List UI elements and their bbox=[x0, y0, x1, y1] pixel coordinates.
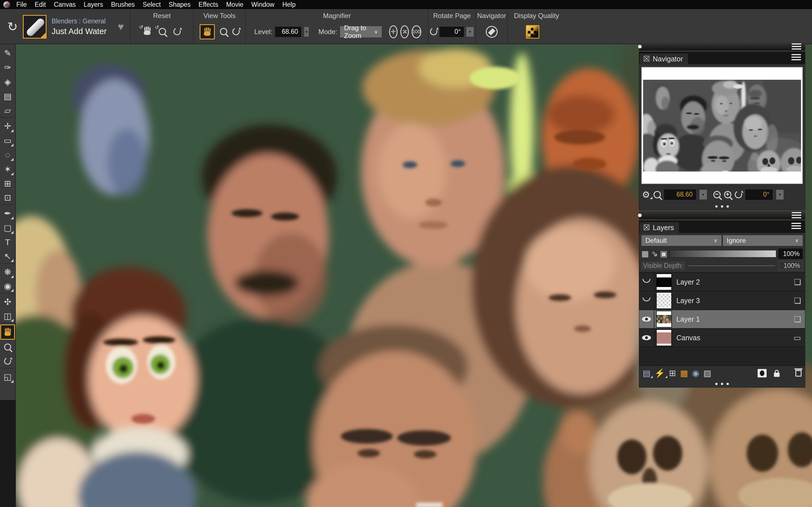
tool-cloner[interactable]: ❋ bbox=[0, 265, 15, 279]
close-panel-icon[interactable]: ☒ bbox=[643, 55, 650, 63]
visible-depth-field[interactable]: 100% bbox=[778, 261, 803, 270]
tool-paint-bucket[interactable]: ◈ bbox=[0, 75, 15, 89]
layer-row-layer1[interactable]: Layer 1 ❏ bbox=[639, 310, 805, 329]
navigator-tab[interactable]: ☒ Navigator bbox=[640, 54, 688, 64]
composite-depth-select[interactable]: Ignore ∨ bbox=[723, 235, 803, 246]
panel-menu-icon[interactable] bbox=[792, 43, 801, 50]
menu-item[interactable]: Brushes bbox=[107, 0, 139, 9]
layer-commands-icon[interactable]: ▤ bbox=[643, 369, 651, 378]
tool-rectangular-selection[interactable]: ▭ bbox=[0, 133, 15, 148]
dynamic-plugins-icon[interactable]: ⚡ bbox=[654, 369, 665, 378]
brush-variant-thumbnail[interactable] bbox=[23, 15, 47, 39]
composite-method-select[interactable]: Default ∨ bbox=[642, 235, 721, 246]
navigator-rotation-field[interactable]: 0° bbox=[746, 189, 772, 200]
lock-layer-icon[interactable] bbox=[774, 373, 779, 377]
new-watercolor-layer-icon[interactable]: ▦ bbox=[680, 369, 688, 378]
reset-rotation-button[interactable] bbox=[173, 27, 181, 37]
navigator-preview[interactable] bbox=[642, 68, 802, 183]
tool-crop[interactable]: ⊡ bbox=[0, 191, 15, 205]
tool-rotate-page[interactable] bbox=[0, 354, 15, 369]
layer-opacity-slider[interactable] bbox=[670, 250, 776, 258]
layer-visibility-toggle[interactable] bbox=[639, 291, 654, 309]
tool-mirror-painting[interactable]: ✣ bbox=[0, 295, 15, 309]
panel-resize-grip[interactable] bbox=[639, 381, 805, 387]
menu-item[interactable]: Shapes bbox=[165, 0, 195, 9]
navigator-settings-icon[interactable]: ⚙ bbox=[642, 190, 650, 199]
display-quality-toggle[interactable] bbox=[526, 25, 539, 39]
favorite-brush-icon[interactable]: ♥ bbox=[118, 21, 124, 33]
tool-layer-adjuster[interactable]: ✛ bbox=[0, 119, 15, 133]
restore-brush-icon[interactable]: ↻ bbox=[7, 20, 18, 33]
menu-item[interactable]: Movie bbox=[222, 0, 247, 9]
panel-options-icon[interactable] bbox=[792, 223, 801, 229]
tool-pen[interactable]: ✒ bbox=[0, 206, 15, 221]
layer-row-canvas[interactable]: Canvas ▭ bbox=[639, 329, 805, 347]
tool-lasso[interactable]: ◌ bbox=[0, 148, 15, 162]
delete-layer-icon[interactable] bbox=[795, 370, 802, 377]
tool-clone-source[interactable]: ◉ bbox=[0, 279, 15, 293]
layer-visibility-toggle[interactable] bbox=[639, 273, 654, 291]
tool-magic-wand[interactable]: ✶ bbox=[0, 162, 15, 176]
rotate-tool-button[interactable] bbox=[232, 27, 240, 37]
panel-menu-icon[interactable] bbox=[792, 212, 801, 218]
layer-row-layer2[interactable]: Layer 2 ❏ bbox=[639, 273, 805, 291]
menu-item[interactable]: File bbox=[12, 0, 31, 9]
menu-item[interactable]: Effects bbox=[195, 0, 222, 9]
close-panel-icon[interactable]: ☒ bbox=[643, 224, 650, 231]
navigator-compass-icon[interactable] bbox=[486, 26, 498, 38]
tool-perspective-guides[interactable]: ◫ bbox=[0, 309, 15, 323]
layer-row-layer3[interactable]: Layer 3 ❏ bbox=[639, 291, 805, 310]
reset-magnifier-button[interactable]: ↺ bbox=[159, 27, 166, 37]
tool-dropper[interactable]: ✑ bbox=[0, 60, 15, 75]
tool-shape-selection[interactable]: ↖ bbox=[0, 249, 15, 264]
new-layer-mask-icon[interactable]: ▨ bbox=[703, 369, 711, 378]
zoom-out-icon[interactable] bbox=[713, 191, 721, 198]
zoom-100-button[interactable]: 100 bbox=[412, 25, 421, 38]
rotate-icon[interactable] bbox=[733, 190, 743, 199]
tool-eraser[interactable]: ▱ bbox=[0, 103, 15, 118]
rotation-angle-dropdown[interactable]: ▼ bbox=[466, 27, 474, 37]
collapsed-panel-bar[interactable] bbox=[639, 211, 805, 219]
zoom-level-field[interactable]: 68.60 bbox=[275, 27, 301, 37]
new-liquid-ink-layer-icon[interactable]: ◉ bbox=[692, 369, 699, 378]
tool-selection-adjuster[interactable]: ⊞ bbox=[0, 176, 15, 191]
grabber-tool-button[interactable] bbox=[200, 24, 215, 40]
tool-grabber-hand[interactable] bbox=[0, 325, 15, 340]
zoom-level-dropdown[interactable]: ▼ bbox=[304, 27, 309, 37]
panel-options-icon[interactable] bbox=[792, 54, 801, 60]
tool-text[interactable]: T bbox=[0, 235, 15, 249]
menu-item[interactable]: Edit bbox=[31, 0, 50, 9]
menu-item[interactable]: Help bbox=[278, 0, 299, 9]
tool-gradient[interactable]: ▤ bbox=[0, 89, 15, 103]
preserve-transparency-icon[interactable]: ▣ bbox=[660, 250, 667, 258]
layers-tab[interactable]: ☒ Layers bbox=[640, 222, 679, 233]
center-canvas-button[interactable]: ✛ bbox=[400, 25, 409, 38]
layer-visibility-toggle[interactable] bbox=[639, 329, 654, 347]
tool-canvas-resize[interactable]: ◱ bbox=[0, 370, 15, 384]
navigator-zoom-dropdown[interactable]: ▼ bbox=[699, 189, 707, 200]
menu-item[interactable]: Canvas bbox=[50, 0, 80, 9]
layer-mask-icon[interactable] bbox=[758, 369, 767, 378]
navigator-zoom-field[interactable]: 68.60 bbox=[664, 189, 696, 200]
menu-item[interactable]: Window bbox=[247, 0, 278, 9]
zoom-to-fit-button[interactable]: ✛ bbox=[389, 25, 398, 38]
tool-brush[interactable]: ✎ bbox=[0, 46, 15, 60]
rotation-angle-field[interactable]: 0° bbox=[440, 27, 464, 37]
new-layer-icon[interactable]: ⊞ bbox=[669, 369, 676, 378]
tool-rectangle-shape[interactable]: ▢ bbox=[0, 221, 15, 235]
menu-item[interactable]: Select bbox=[139, 0, 165, 9]
panel-resize-grip[interactable] bbox=[639, 203, 805, 210]
lock-transparency-icon[interactable]: ▦ bbox=[642, 250, 649, 258]
navigator-rotation-dropdown[interactable]: ▼ bbox=[776, 189, 784, 200]
reset-grabber-button[interactable]: ↺ bbox=[143, 27, 151, 37]
collapsed-panel-bar[interactable] bbox=[639, 42, 805, 51]
zoom-mode-select[interactable]: Drag to Zoom ∨ bbox=[340, 26, 382, 38]
pick-layer-icon[interactable]: ⇘ bbox=[651, 250, 658, 258]
visible-depth-slider[interactable] bbox=[688, 265, 775, 266]
layer-visibility-toggle[interactable] bbox=[639, 310, 654, 328]
zoom-in-icon[interactable] bbox=[724, 191, 731, 198]
rotate-page-button[interactable] bbox=[430, 27, 437, 37]
magnifier-tool-button[interactable] bbox=[220, 27, 227, 37]
layer-opacity-field[interactable]: 100% bbox=[778, 249, 803, 259]
tool-magnifier[interactable] bbox=[0, 340, 15, 354]
